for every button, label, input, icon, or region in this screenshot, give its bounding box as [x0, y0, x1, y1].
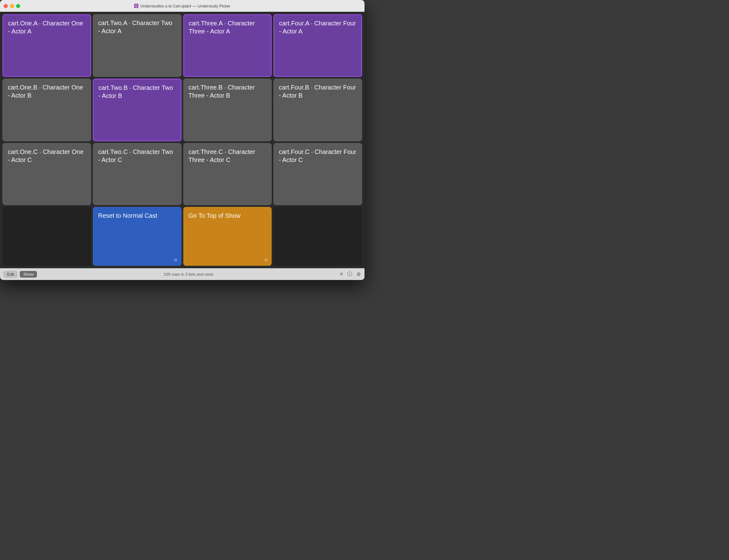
- list-icon[interactable]: ≡: [340, 271, 343, 277]
- cell-text: cart.Two.B · Character Two - Actor B: [98, 84, 176, 100]
- edit-button[interactable]: Edit: [4, 271, 17, 278]
- cell-text: cart.Two.C · Character Two - Actor C: [98, 148, 176, 164]
- cell-text: Go To Top of Show: [189, 212, 267, 220]
- grid-cell-cell-4c[interactable]: cart.Four.C · Character Four - Actor C: [273, 143, 362, 205]
- bottom-row: Reset to Normal CastRGo To Top of ShowG: [2, 207, 362, 266]
- main-content: cart.One.A · Character One - Actor Acart…: [0, 12, 365, 268]
- statusbar: Edit Show 109 cues in 3 lists and carts …: [0, 268, 365, 280]
- cell-text: cart.Four.C · Character Four - Actor C: [279, 148, 357, 164]
- cell-text: cart.Four.B · Character Four - Actor B: [279, 83, 357, 99]
- grid-cell-cell-2b[interactable]: cart.Two.B · Character Two - Actor B: [93, 79, 181, 141]
- bottom-cell-bottom-gototop[interactable]: Go To Top of ShowG: [183, 207, 272, 266]
- bottom-cell-bottom-reset[interactable]: Reset to Normal CastR: [93, 207, 181, 266]
- cell-hotkey: R: [174, 258, 177, 262]
- cue-grid: cart.One.A · Character One - Actor Acart…: [2, 14, 362, 205]
- bottom-cell-bottom-empty-2: [273, 207, 362, 266]
- cell-text: cart.One.C · Character One - Actor C: [8, 148, 86, 164]
- bottom-cell-bottom-empty-1: [2, 207, 91, 266]
- title-text: Understudies a la Cart.qlab4 — Understud…: [140, 4, 230, 8]
- grid-cell-cell-4b[interactable]: cart.Four.B · Character Four - Actor B: [273, 79, 362, 141]
- cell-text: cart.Three.C · Character Three - Actor C: [189, 148, 267, 164]
- grid-cell-cell-3a[interactable]: cart.Three.A · Character Three - Actor A: [183, 14, 272, 77]
- traffic-lights: [4, 4, 20, 8]
- show-button[interactable]: Show: [20, 271, 37, 278]
- window-title: Q Understudies a la Cart.qlab4 — Underst…: [134, 4, 230, 8]
- minimize-button[interactable]: [10, 4, 14, 8]
- grid-cell-cell-1b[interactable]: cart.One.B · Character One - Actor B: [2, 79, 91, 141]
- cell-text: Reset to Normal Cast: [98, 212, 176, 220]
- cell-hotkey: G: [264, 258, 268, 262]
- close-button[interactable]: [4, 4, 8, 8]
- grid-cell-cell-1a[interactable]: cart.One.A · Character One - Actor A: [2, 14, 91, 77]
- grid-cell-cell-1c[interactable]: cart.One.C · Character One - Actor C: [2, 143, 91, 205]
- maximize-button[interactable]: [16, 4, 20, 8]
- cell-text: cart.Two.A · Character Two - Actor A: [98, 19, 176, 35]
- status-icons: ≡ ⓘ ⚙: [340, 271, 361, 278]
- cell-text: cart.One.A · Character One - Actor A: [8, 19, 85, 35]
- grid-cell-cell-2a[interactable]: cart.Two.A · Character Two - Actor A: [93, 14, 181, 77]
- info-icon[interactable]: ⓘ: [347, 271, 352, 278]
- settings-icon[interactable]: ⚙: [356, 271, 361, 277]
- cell-text: cart.Three.A · Character Three - Actor A: [189, 19, 266, 35]
- grid-cell-cell-4a[interactable]: cart.Four.A · Character Four - Actor A: [273, 14, 362, 77]
- cell-text: cart.One.B · Character One - Actor B: [8, 83, 86, 99]
- grid-cell-cell-2c[interactable]: cart.Two.C · Character Two - Actor C: [93, 143, 181, 205]
- titlebar: Q Understudies a la Cart.qlab4 — Underst…: [0, 0, 365, 12]
- grid-cell-cell-3b[interactable]: cart.Three.B · Character Three - Actor B: [183, 79, 272, 141]
- app-icon: Q: [134, 4, 138, 8]
- cell-text: cart.Four.A · Character Four - Actor A: [279, 19, 356, 35]
- cell-text: cart.Three.B · Character Three - Actor B: [189, 83, 267, 99]
- grid-cell-cell-3c[interactable]: cart.Three.C · Character Three - Actor C: [183, 143, 272, 205]
- status-text: 109 cues in 3 lists and carts: [39, 272, 338, 277]
